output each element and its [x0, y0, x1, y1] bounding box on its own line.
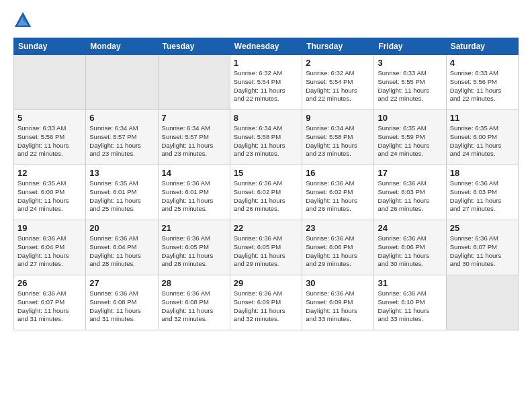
- calendar-cell: [158, 55, 230, 110]
- calendar-cell: 3Sunrise: 6:33 AM Sunset: 5:55 PM Daylig…: [374, 55, 446, 110]
- day-info: Sunrise: 6:36 AM Sunset: 6:03 PM Dayligh…: [450, 179, 515, 214]
- day-number: 1: [234, 58, 298, 68]
- day-info: Sunrise: 6:36 AM Sunset: 6:02 PM Dayligh…: [234, 179, 298, 214]
- day-number: 2: [306, 58, 370, 68]
- day-info: Sunrise: 6:33 AM Sunset: 5:56 PM Dayligh…: [17, 124, 82, 158]
- calendar-cell: 11Sunrise: 6:35 AM Sunset: 6:00 PM Dayli…: [446, 110, 518, 165]
- calendar-week-5: 26Sunrise: 6:36 AM Sunset: 6:07 PM Dayli…: [14, 275, 519, 330]
- day-number: 28: [162, 278, 226, 288]
- calendar-cell: [86, 55, 158, 110]
- calendar-week-4: 19Sunrise: 6:36 AM Sunset: 6:04 PM Dayli…: [14, 220, 519, 275]
- day-number: 14: [162, 168, 226, 178]
- calendar-cell: 15Sunrise: 6:36 AM Sunset: 6:02 PM Dayli…: [230, 165, 302, 220]
- day-number: 20: [89, 223, 154, 233]
- day-info: Sunrise: 6:36 AM Sunset: 6:05 PM Dayligh…: [234, 234, 298, 269]
- calendar-cell: 31Sunrise: 6:36 AM Sunset: 6:10 PM Dayli…: [374, 275, 446, 330]
- calendar-cell: 14Sunrise: 6:36 AM Sunset: 6:01 PM Dayli…: [158, 165, 230, 220]
- calendar-cell: 19Sunrise: 6:36 AM Sunset: 6:04 PM Dayli…: [14, 220, 86, 275]
- day-info: Sunrise: 6:36 AM Sunset: 6:08 PM Dayligh…: [89, 289, 154, 324]
- day-info: Sunrise: 6:36 AM Sunset: 6:01 PM Dayligh…: [162, 179, 226, 214]
- day-info: Sunrise: 6:36 AM Sunset: 6:07 PM Dayligh…: [17, 289, 82, 324]
- calendar-cell: 10Sunrise: 6:35 AM Sunset: 5:59 PM Dayli…: [374, 110, 446, 165]
- day-info: Sunrise: 6:34 AM Sunset: 5:57 PM Dayligh…: [89, 124, 154, 158]
- day-info: Sunrise: 6:34 AM Sunset: 5:57 PM Dayligh…: [162, 124, 226, 158]
- day-number: 18: [450, 168, 515, 178]
- calendar-cell: 5Sunrise: 6:33 AM Sunset: 5:56 PM Daylig…: [14, 110, 86, 165]
- day-number: 29: [234, 278, 298, 288]
- calendar-cell: 17Sunrise: 6:36 AM Sunset: 6:03 PM Dayli…: [374, 165, 446, 220]
- logo: [13, 11, 35, 30]
- calendar-cell: 18Sunrise: 6:36 AM Sunset: 6:03 PM Dayli…: [446, 165, 518, 220]
- calendar-header-sunday: Sunday: [14, 38, 86, 55]
- day-number: 25: [450, 223, 515, 233]
- day-number: 13: [89, 168, 154, 178]
- day-number: 6: [89, 113, 154, 123]
- calendar-header-wednesday: Wednesday: [230, 38, 302, 55]
- day-number: 26: [17, 278, 82, 288]
- day-number: 5: [17, 113, 82, 123]
- day-info: Sunrise: 6:36 AM Sunset: 6:09 PM Dayligh…: [234, 289, 298, 324]
- day-number: 3: [378, 58, 442, 68]
- calendar-cell: 20Sunrise: 6:36 AM Sunset: 6:04 PM Dayli…: [86, 220, 158, 275]
- calendar-cell: 12Sunrise: 6:35 AM Sunset: 6:00 PM Dayli…: [14, 165, 86, 220]
- day-info: Sunrise: 6:34 AM Sunset: 5:58 PM Dayligh…: [234, 124, 298, 158]
- calendar-cell: 2Sunrise: 6:32 AM Sunset: 5:54 PM Daylig…: [302, 55, 374, 110]
- day-info: Sunrise: 6:36 AM Sunset: 6:06 PM Dayligh…: [378, 234, 442, 269]
- day-info: Sunrise: 6:35 AM Sunset: 6:00 PM Dayligh…: [450, 124, 515, 158]
- day-number: 23: [306, 223, 370, 233]
- day-info: Sunrise: 6:35 AM Sunset: 5:59 PM Dayligh…: [378, 124, 442, 158]
- calendar-cell: 21Sunrise: 6:36 AM Sunset: 6:05 PM Dayli…: [158, 220, 230, 275]
- calendar-cell: 27Sunrise: 6:36 AM Sunset: 6:08 PM Dayli…: [86, 275, 158, 330]
- calendar-cell: 26Sunrise: 6:36 AM Sunset: 6:07 PM Dayli…: [14, 275, 86, 330]
- day-info: Sunrise: 6:35 AM Sunset: 6:01 PM Dayligh…: [89, 179, 154, 214]
- calendar-header-monday: Monday: [86, 38, 158, 55]
- day-number: 24: [378, 223, 442, 233]
- calendar-header-row: SundayMondayTuesdayWednesdayThursdayFrid…: [14, 38, 519, 55]
- calendar-week-1: 1Sunrise: 6:32 AM Sunset: 5:54 PM Daylig…: [14, 55, 519, 110]
- day-info: Sunrise: 6:35 AM Sunset: 6:00 PM Dayligh…: [17, 179, 82, 214]
- day-info: Sunrise: 6:36 AM Sunset: 6:08 PM Dayligh…: [162, 289, 226, 324]
- day-number: 7: [162, 113, 226, 123]
- day-number: 16: [306, 168, 370, 178]
- day-number: 17: [378, 168, 442, 178]
- day-info: Sunrise: 6:33 AM Sunset: 5:55 PM Dayligh…: [378, 69, 442, 103]
- calendar-cell: 29Sunrise: 6:36 AM Sunset: 6:09 PM Dayli…: [230, 275, 302, 330]
- day-number: 4: [450, 58, 515, 68]
- day-number: 30: [306, 278, 370, 288]
- header: [13, 11, 519, 30]
- calendar-cell: 9Sunrise: 6:34 AM Sunset: 5:58 PM Daylig…: [302, 110, 374, 165]
- calendar-cell: 24Sunrise: 6:36 AM Sunset: 6:06 PM Dayli…: [374, 220, 446, 275]
- day-info: Sunrise: 6:34 AM Sunset: 5:58 PM Dayligh…: [306, 124, 370, 158]
- day-info: Sunrise: 6:36 AM Sunset: 6:04 PM Dayligh…: [17, 234, 82, 269]
- calendar-cell: 16Sunrise: 6:36 AM Sunset: 6:02 PM Dayli…: [302, 165, 374, 220]
- calendar-cell: 6Sunrise: 6:34 AM Sunset: 5:57 PM Daylig…: [86, 110, 158, 165]
- day-info: Sunrise: 6:36 AM Sunset: 6:05 PM Dayligh…: [162, 234, 226, 269]
- calendar-header-saturday: Saturday: [446, 38, 518, 55]
- day-info: Sunrise: 6:36 AM Sunset: 6:03 PM Dayligh…: [378, 179, 442, 214]
- calendar-cell: 22Sunrise: 6:36 AM Sunset: 6:05 PM Dayli…: [230, 220, 302, 275]
- calendar-cell: 13Sunrise: 6:35 AM Sunset: 6:01 PM Dayli…: [86, 165, 158, 220]
- calendar-cell: [14, 55, 86, 110]
- calendar-header-friday: Friday: [374, 38, 446, 55]
- day-number: 11: [450, 113, 515, 123]
- calendar-cell: 4Sunrise: 6:33 AM Sunset: 5:56 PM Daylig…: [446, 55, 518, 110]
- calendar-cell: 23Sunrise: 6:36 AM Sunset: 6:06 PM Dayli…: [302, 220, 374, 275]
- calendar: SundayMondayTuesdayWednesdayThursdayFrid…: [13, 38, 519, 330]
- day-info: Sunrise: 6:32 AM Sunset: 5:54 PM Dayligh…: [306, 69, 370, 103]
- day-number: 27: [89, 278, 154, 288]
- day-number: 22: [234, 223, 298, 233]
- day-info: Sunrise: 6:36 AM Sunset: 6:06 PM Dayligh…: [306, 234, 370, 269]
- calendar-cell: 7Sunrise: 6:34 AM Sunset: 5:57 PM Daylig…: [158, 110, 230, 165]
- day-number: 9: [306, 113, 370, 123]
- calendar-header-thursday: Thursday: [302, 38, 374, 55]
- logo-icon: [13, 11, 32, 30]
- day-number: 15: [234, 168, 298, 178]
- day-info: Sunrise: 6:36 AM Sunset: 6:02 PM Dayligh…: [306, 179, 370, 214]
- calendar-cell: [446, 275, 518, 330]
- page: SundayMondayTuesdayWednesdayThursdayFrid…: [0, 0, 532, 411]
- calendar-cell: 1Sunrise: 6:32 AM Sunset: 5:54 PM Daylig…: [230, 55, 302, 110]
- day-number: 8: [234, 113, 298, 123]
- day-number: 21: [162, 223, 226, 233]
- calendar-week-3: 12Sunrise: 6:35 AM Sunset: 6:00 PM Dayli…: [14, 165, 519, 220]
- calendar-cell: 25Sunrise: 6:36 AM Sunset: 6:07 PM Dayli…: [446, 220, 518, 275]
